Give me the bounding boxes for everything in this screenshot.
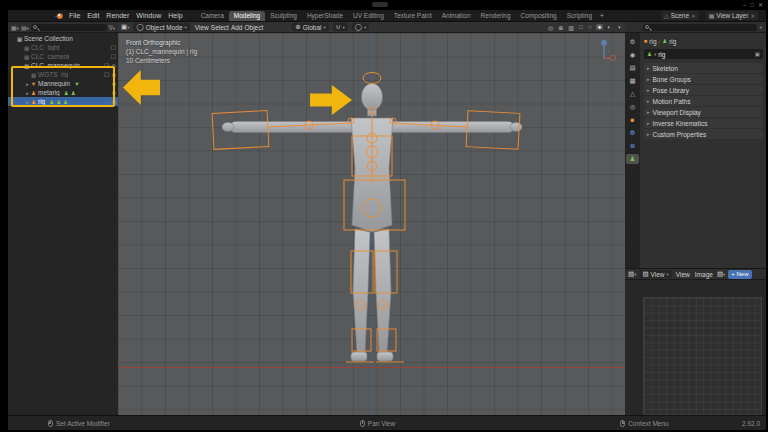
object-mode-icon: ◯	[136, 23, 143, 31]
panel-expand-icon: ▸	[647, 109, 650, 115]
show-overlays-icon[interactable]: ▥	[567, 24, 575, 31]
scene-selector[interactable]: △ Scene ✕	[661, 11, 699, 20]
outliner-row-clc-light[interactable]: ▦CLC_light☐	[8, 43, 118, 52]
material-shading-icon[interactable]: ◐	[606, 24, 613, 30]
properties-tab-tool[interactable]: ⚙	[626, 37, 639, 47]
rendered-shading-icon[interactable]: ◑	[615, 24, 622, 30]
tab-scripting[interactable]: Scripting	[562, 11, 597, 21]
new-image-button[interactable]: + New	[728, 270, 751, 279]
filter-icon[interactable]: ∇▾	[109, 24, 115, 31]
properties-tab-physics[interactable]: ⊚	[626, 141, 639, 151]
show-gizmo-icon[interactable]: ⊕	[557, 24, 564, 31]
properties-tab-constraints[interactable]: ⚙	[626, 128, 639, 138]
properties-tab-view-layer[interactable]: ▦	[626, 76, 639, 86]
collection-checkbox[interactable]: ☐	[111, 44, 116, 51]
tab-camera[interactable]: Camera	[196, 11, 229, 21]
viewport-menu-add[interactable]: Add	[231, 24, 243, 31]
solid-shading-icon[interactable]: ●	[596, 24, 603, 30]
orientation-dropdown[interactable]: ⊕ Global ▾	[292, 23, 329, 31]
editor-type-icon[interactable]: ▨▾	[628, 270, 636, 278]
tab-modeling[interactable]: Modeling	[229, 11, 265, 21]
outliner-header: ▦▾ ▤▾ ∇▾	[8, 22, 118, 33]
viewport-menu-view[interactable]: View	[195, 24, 209, 31]
orientation-icon: ⊕	[295, 23, 300, 31]
viewport-canvas[interactable]: Front Orthographic (1) CLC_mannequin | r…	[118, 33, 625, 415]
orientation-label: Global	[303, 24, 322, 31]
properties-tab-object-data[interactable]: ♟	[626, 154, 639, 164]
view-name-label: Front Orthographic	[126, 38, 197, 47]
breadcrumb-object[interactable]: rig	[649, 38, 656, 45]
tab-compositing[interactable]: Compositing	[516, 11, 562, 21]
panel-expand-icon: ▸	[647, 120, 650, 126]
panel-inverse-kinematics[interactable]: ▸Inverse Kinematics	[644, 118, 763, 128]
viewport-menu-select[interactable]: Select	[211, 24, 229, 31]
options-chevron-icon[interactable]: ▾	[760, 25, 762, 30]
menu-view[interactable]: View	[676, 271, 690, 278]
breadcrumb-data[interactable]: rig	[669, 38, 676, 45]
menu-image[interactable]: Image	[695, 271, 713, 278]
collection-checkbox[interactable]: ☐	[111, 53, 116, 60]
viewport-menu-object[interactable]: Object	[244, 24, 263, 31]
image-editor-canvas[interactable]	[643, 297, 762, 415]
properties-search-input[interactable]	[643, 24, 757, 31]
outliner-row-scene-collection[interactable]: ▦Scene Collection	[8, 34, 118, 43]
unlink-icon[interactable]: ✕	[750, 13, 755, 19]
wireframe-shading-icon[interactable]: ○	[587, 24, 594, 30]
browse-image-icon[interactable]: ▨▾	[717, 270, 725, 278]
image-mode-dropdown[interactable]: ▨ View ▾	[639, 270, 671, 278]
toggle-xray-icon[interactable]: □	[578, 24, 584, 30]
panel-expand-icon: ▸	[647, 76, 650, 82]
blender-logo-icon[interactable]	[54, 12, 64, 20]
properties-tab-object[interactable]: ■	[626, 115, 639, 125]
chevron-down-icon: ▾	[667, 272, 669, 277]
view-layer-selector[interactable]: ▦ View Layer ✕	[706, 11, 758, 20]
menu-edit[interactable]: Edit	[87, 12, 99, 19]
fake-user-icon[interactable]: ▣	[755, 51, 760, 57]
add-workspace-button[interactable]: +	[597, 11, 607, 20]
menu-help[interactable]: Help	[168, 12, 182, 19]
panel-motion-paths[interactable]: ▸Motion Paths	[644, 96, 763, 106]
menu-render[interactable]: Render	[106, 12, 129, 19]
tab-sculpting[interactable]: Sculpting	[265, 11, 302, 21]
view-layer-name: View Layer	[716, 12, 748, 19]
maximize-icon[interactable]: □	[750, 1, 754, 9]
snap-toggle[interactable]: ∪▾	[333, 23, 348, 31]
panel-skeleton[interactable]: ▸Skeleton	[644, 63, 763, 73]
display-mode-icon[interactable]: ▤▾	[21, 24, 29, 31]
panel-pose-library[interactable]: ▸Pose Library	[644, 85, 763, 95]
workspace-tabs: CameraModelingSculptingHyperShadeUV Edit…	[196, 11, 607, 21]
outliner-row-clc-camera[interactable]: ▦CLC_camera☐	[8, 52, 118, 61]
tab-animation[interactable]: Animation	[437, 11, 476, 21]
tab-rendering[interactable]: Rendering	[476, 11, 516, 21]
viewport-3d[interactable]: ▣▾ ◯ Object Mode ▾ ViewSelectAddObject ⊕…	[118, 22, 625, 415]
tab-texture-paint[interactable]: Texture Paint	[389, 11, 437, 21]
menu-file[interactable]: File	[69, 12, 80, 19]
image-editor-header: ▨▾ ▨ View ▾ View Image ▨▾ + New	[625, 269, 766, 280]
unlink-icon[interactable]: ✕	[691, 13, 696, 19]
panel-bone-groups[interactable]: ▸Bone Groups	[644, 74, 763, 84]
panel-viewport-display[interactable]: ▸Viewport Display	[644, 107, 763, 117]
proportional-editing-toggle[interactable]: ◯▾	[352, 23, 370, 31]
properties-content: ■ rig › ♟ rig ♟ ▾ rig ▣ ▸Skeleton▸Bone G…	[640, 33, 766, 268]
close-icon[interactable]: ✕	[758, 1, 763, 9]
panel-expand-icon: ▸	[647, 87, 650, 93]
navigation-gizmo[interactable]	[591, 37, 617, 63]
tab-hypershade[interactable]: HyperShade	[302, 11, 348, 21]
panel-custom-properties[interactable]: ▸Custom Properties	[644, 129, 763, 139]
minimize-icon[interactable]: –	[743, 1, 746, 9]
properties-tab-world[interactable]: ◎	[626, 102, 639, 112]
datablock-name-field[interactable]: ♟ ▾ rig ▣	[644, 49, 763, 59]
properties-tab-render[interactable]: ◉	[626, 50, 639, 60]
mode-dropdown[interactable]: ◯ Object Mode ▾	[133, 23, 189, 31]
editor-type-icon[interactable]: ▣▾	[121, 23, 129, 31]
tab-uv-editing[interactable]: UV Editing	[348, 11, 389, 21]
select-visible-icon[interactable]: ◎	[547, 24, 554, 31]
properties-tab-output[interactable]: ▤	[626, 63, 639, 73]
chevron-down-icon: ▾	[654, 52, 656, 57]
menu-window[interactable]: Window	[136, 12, 161, 19]
editor-type-icon[interactable]: ▦▾	[11, 24, 19, 31]
properties-tab-scene[interactable]: △	[626, 89, 639, 99]
outliner-search-input[interactable]	[31, 24, 107, 31]
breadcrumb-separator: ›	[659, 38, 661, 44]
mouse-left-icon	[48, 420, 53, 427]
